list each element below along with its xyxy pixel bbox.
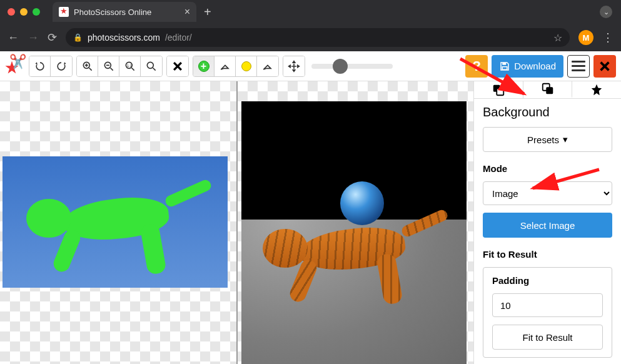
tab-background[interactable] [523, 81, 573, 98]
side-panel: Background Presets ▾ Mode Image Select I… [473, 81, 621, 364]
svg-line-8 [131, 68, 134, 70]
close-button[interactable] [593, 55, 616, 78]
foreground-tab-icon [492, 83, 505, 97]
svg-line-1 [89, 68, 91, 70]
tab-effects[interactable] [572, 81, 621, 98]
tab-close-icon[interactable]: × [184, 6, 190, 18]
move-group [283, 56, 305, 77]
svg-line-11 [153, 68, 156, 70]
foreground-marker-button[interactable]: + [193, 56, 215, 76]
background-marker-button[interactable] [236, 56, 257, 76]
undo-redo-group [29, 56, 73, 77]
redo-button[interactable] [51, 56, 72, 76]
browser-chrome: PhotoScissors Online × + ⌄ ← → ⟳ 🔒 photo… [0, 0, 621, 51]
star-tab-icon [590, 83, 603, 97]
url-box[interactable]: 🔒 photoscissors.com/editor/ ☆ [66, 28, 570, 47]
close-icon [598, 59, 612, 73]
download-button[interactable]: Download [492, 55, 563, 78]
nav-back-button[interactable]: ← [8, 31, 19, 44]
question-icon: ? [473, 58, 481, 74]
zoom-group: 1:1 [76, 56, 163, 77]
tab-foreground[interactable] [474, 81, 523, 98]
result-subject [258, 199, 445, 305]
move-tool-button[interactable] [283, 56, 305, 76]
undo-button[interactable] [29, 56, 51, 76]
panel-tabs [474, 81, 621, 99]
window-close-dot[interactable] [8, 8, 15, 16]
zoom-out-button[interactable] [98, 56, 119, 76]
zoom-fit-button[interactable] [141, 56, 162, 76]
nav-forward-button[interactable]: → [28, 31, 39, 44]
select-image-button[interactable]: Select Image [483, 213, 612, 238]
padding-label: Padding [492, 275, 603, 286]
slider-knob[interactable] [333, 59, 348, 74]
workspace: Background Presets ▾ Mode Image Select I… [0, 81, 621, 364]
source-image [3, 156, 228, 288]
select-image-label: Select Image [520, 220, 575, 231]
url-path: /editor/ [165, 33, 192, 43]
tab-bar: PhotoScissors Online × + ⌄ [0, 0, 621, 24]
foreground-eraser-button[interactable] [215, 56, 236, 76]
fit-card: Padding Fit to Result [483, 267, 612, 358]
window-max-dot[interactable] [33, 8, 40, 16]
address-bar: ← → ⟳ 🔒 photoscissors.com/editor/ ☆ M ⋮ [0, 24, 621, 51]
tabs-overflow-icon[interactable]: ⌄ [600, 6, 612, 18]
presets-dropdown[interactable]: Presets ▾ [483, 127, 612, 152]
clear-group [166, 56, 189, 77]
bookmark-star-icon[interactable]: ☆ [553, 32, 562, 44]
canvas-area [0, 81, 473, 364]
save-icon [499, 61, 510, 72]
background-tab-icon [541, 82, 555, 96]
menu-button[interactable] [567, 55, 590, 78]
panel-body: Background Presets ▾ Mode Image Select I… [474, 99, 621, 364]
panel-heading: Background [483, 105, 612, 119]
svg-rect-21 [546, 87, 553, 94]
foreground-mask-overlay [21, 169, 209, 275]
fit-btn-label: Fit to Result [522, 332, 572, 343]
new-tab-button[interactable]: + [204, 5, 211, 19]
zoom-actual-button[interactable]: 1:1 [119, 56, 141, 76]
help-button[interactable]: ? [465, 55, 488, 78]
background-eraser-button[interactable] [257, 56, 278, 76]
fit-to-result-button[interactable]: Fit to Result [492, 325, 603, 350]
app-toolbar: ✂️ 1:1 + ? Download [0, 51, 621, 81]
clear-button[interactable] [167, 56, 188, 76]
mode-label: Mode [483, 163, 612, 174]
source-canvas[interactable] [0, 81, 236, 364]
plus-circle-icon: + [198, 61, 210, 72]
svg-rect-14 [503, 63, 507, 65]
svg-rect-15 [503, 66, 508, 69]
result-canvas[interactable] [238, 81, 474, 364]
padding-input[interactable] [492, 293, 603, 317]
tab-title: PhotoScissors Online [74, 8, 151, 17]
brush-size-slider[interactable] [311, 64, 393, 69]
mode-select[interactable]: Image [483, 181, 612, 205]
app-logo: ✂️ [5, 56, 25, 76]
favicon-icon [59, 7, 69, 17]
presets-label: Presets [527, 134, 559, 145]
download-label: Download [514, 61, 556, 71]
yellow-circle-icon [241, 61, 251, 71]
profile-avatar[interactable]: M [578, 30, 593, 45]
zoom-in-button[interactable] [77, 56, 98, 76]
svg-text:1:1: 1:1 [127, 63, 132, 67]
window-controls [5, 8, 45, 16]
fit-heading: Fit to Result [483, 249, 612, 260]
url-domain: photoscissors.com [88, 33, 160, 43]
browser-menu-icon[interactable]: ⋮ [602, 31, 613, 44]
window-min-dot[interactable] [20, 8, 28, 16]
lock-icon: 🔒 [73, 33, 83, 42]
svg-line-5 [110, 68, 113, 70]
nav-reload-button[interactable]: ⟳ [48, 31, 57, 44]
result-image [241, 101, 467, 364]
svg-rect-19 [497, 88, 503, 95]
svg-point-10 [147, 62, 153, 68]
browser-tab[interactable]: PhotoScissors Online × [53, 2, 196, 22]
caret-down-icon: ▾ [563, 134, 568, 145]
marker-group: + [193, 56, 279, 77]
